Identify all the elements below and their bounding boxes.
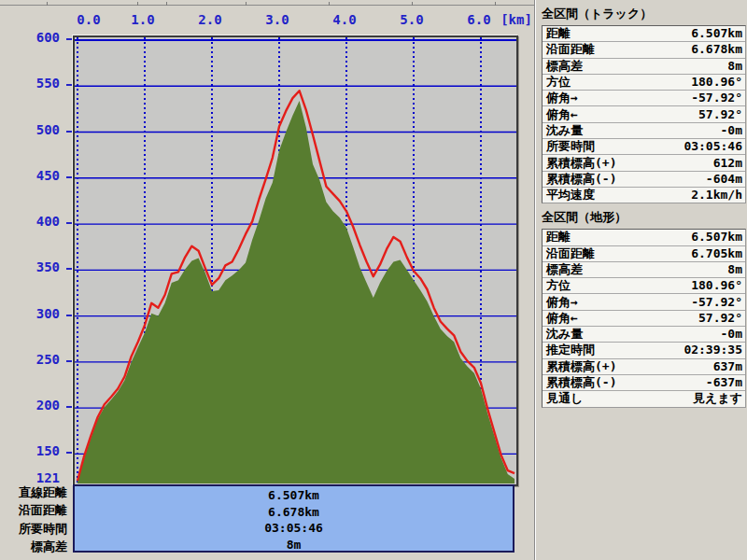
terrain-elevation-area [78, 101, 514, 483]
x-axis-tick-label: 1.0 [122, 12, 163, 27]
stat-value: -57.92° [691, 295, 742, 310]
summary-label-column: 直線距離沿面距離所要時間標高差 [0, 483, 67, 555]
stat-row: 累積標高(+)637m [543, 359, 745, 375]
stats-table: 距離6.507km沿面距離6.705km標高差8m方位180.96°俯角→-57… [542, 229, 746, 407]
stat-row: 沿面距離6.678km [543, 42, 745, 58]
y-axis-tick [66, 84, 72, 86]
y-axis-tick [66, 268, 72, 270]
y-axis-tick-label: 550 [19, 76, 60, 91]
stat-value: -604m [706, 172, 742, 187]
summary-value-box: 6.507km6.678km03:05:468m [73, 484, 514, 553]
y-axis-tick-label: 400 [19, 214, 60, 229]
x-axis-tick-label: 3.0 [257, 12, 298, 27]
stat-row: 方位180.96° [543, 278, 745, 294]
stat-row: 累積標高(-)-604m [543, 172, 745, 188]
stat-value: 6.705km [691, 246, 742, 261]
stat-label: 累積標高(-) [546, 375, 616, 390]
stats-panel: 全区間（トラック）距離6.507km沿面距離6.678km標高差8m方位180.… [534, 0, 747, 560]
stat-label: 標高差 [546, 262, 583, 277]
x-axis-tick-label: 0.0 [68, 12, 109, 27]
stat-label: 推定時間 [546, 343, 595, 357]
stat-value: 6.507km [691, 230, 742, 245]
y-axis-tick [66, 222, 72, 224]
stat-value: 180.96° [691, 278, 742, 293]
stat-value: 8m [727, 262, 742, 277]
y-axis-tick-label: 200 [19, 398, 60, 413]
elevation-chart-svg [75, 37, 516, 484]
stat-value: 637m [713, 359, 742, 374]
y-axis-tick-label: 150 [19, 443, 60, 458]
stat-value: 6.678km [691, 42, 742, 57]
stat-label: 沈み量 [546, 123, 583, 138]
stat-label: 距離 [546, 230, 571, 245]
x-axis-tick-label: 2.0 [190, 12, 231, 27]
stat-label: 沿面距離 [546, 246, 595, 261]
stat-label: 俯角← [546, 311, 578, 326]
stat-label: 沿面距離 [546, 42, 595, 57]
summary-value: 8m [75, 537, 513, 553]
y-axis-tick-label: 250 [19, 352, 60, 367]
stat-row: 俯角→-57.92° [543, 91, 745, 106]
stat-value: -57.92° [691, 91, 742, 105]
section-title: 全区間（トラック） [542, 6, 747, 22]
stat-label: 平均速度 [546, 188, 595, 203]
stat-label: 距離 [546, 26, 571, 41]
stat-value: 6.507km [691, 26, 742, 41]
stat-label: 俯角← [546, 107, 578, 122]
stat-label: 俯角→ [546, 295, 578, 310]
y-axis-tick-label: 450 [19, 168, 60, 183]
summary-label: 直線距離 [0, 483, 67, 501]
stat-row: 方位180.96° [543, 75, 745, 91]
y-axis-tick [66, 131, 72, 133]
stat-row: 見通し見えます [543, 391, 745, 406]
y-axis-tick-label: 600 [19, 30, 60, 45]
stat-label: 累積標高(-) [546, 172, 616, 187]
stats-table: 距離6.507km沿面距離6.678km標高差8m方位180.96°俯角→-57… [542, 25, 746, 203]
stat-row: 俯角→-57.92° [543, 294, 745, 310]
stat-label: 方位 [546, 278, 571, 293]
x-axis-unit-label: [km] [496, 12, 537, 27]
summary-value: 6.507km [75, 487, 513, 504]
stat-row: 推定時間02:39:35 [543, 343, 745, 358]
stat-value: 57.92° [698, 107, 742, 122]
stat-label: 方位 [546, 75, 571, 90]
stat-label: 所要時間 [546, 139, 595, 154]
summary-label: 所要時間 [0, 520, 67, 538]
elevation-plot[interactable] [73, 35, 518, 486]
x-axis-tick-label: 6.0 [458, 12, 500, 27]
y-axis-tick-label: 500 [19, 122, 60, 137]
stat-value: 2.1km/h [691, 188, 742, 203]
stat-label: 見通し [546, 391, 583, 406]
summary-label: 標高差 [0, 538, 67, 555]
stat-value: 03:05:46 [684, 139, 742, 154]
y-axis-tick [66, 360, 72, 362]
stat-row: 俯角←57.92° [543, 106, 745, 122]
stat-row: 沈み量-0m [543, 327, 745, 343]
stat-row: 距離6.507km [543, 230, 745, 245]
stat-row: 標高差8m [543, 262, 745, 278]
stat-value: 02:39:35 [684, 343, 742, 357]
stat-row: 俯角←57.92° [543, 311, 745, 327]
summary-value: 03:05:46 [75, 520, 513, 537]
y-axis-tick-label: 350 [19, 259, 60, 274]
stat-value: 57.92° [698, 311, 742, 326]
stat-value: 8m [727, 59, 742, 74]
summary-value: 6.678km [75, 504, 513, 521]
stat-row: 距離6.507km [543, 26, 745, 42]
x-axis-tick-label: 4.0 [324, 12, 365, 27]
summary-label: 沿面距離 [0, 501, 67, 519]
stat-label: 俯角→ [546, 91, 578, 105]
y-axis-tick [66, 315, 72, 316]
x-axis-tick-label: 5.0 [391, 12, 432, 27]
stat-row: 標高差8m [543, 59, 745, 75]
stat-row: 平均速度2.1km/h [543, 188, 745, 203]
stat-value: -0m [721, 327, 742, 342]
section-title: 全区間（地形） [542, 209, 747, 226]
y-axis-tick [66, 406, 72, 408]
stat-row: 沿面距離6.705km [543, 246, 745, 262]
elevation-chart-region: 0.01.02.03.04.05.06.0[km] 60055050045040… [0, 0, 534, 560]
stat-label: 標高差 [546, 59, 583, 74]
stat-row: 累積標高(-)-637m [543, 375, 745, 391]
y-axis-tick [66, 176, 72, 178]
stat-value: 612m [713, 156, 742, 171]
